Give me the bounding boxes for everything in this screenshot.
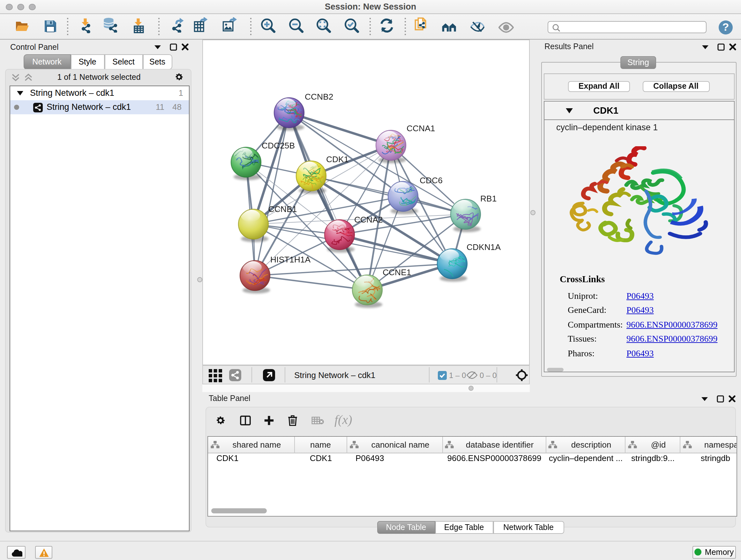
svg-text:CCNE1: CCNE1 (382, 267, 411, 277)
svg-text:CDKN1A: CDKN1A (466, 242, 500, 252)
svg-text:CCNB1: CCNB1 (268, 204, 296, 213)
svg-text:RB1: RB1 (480, 193, 496, 203)
svg-text:CCNA2: CCNA2 (354, 214, 382, 224)
svg-text:CCNA1: CCNA1 (406, 123, 434, 133)
svg-text:CDC25B: CDC25B (261, 140, 294, 150)
svg-text:CDK1: CDK1 (326, 154, 348, 164)
svg-text:CCNB2: CCNB2 (305, 91, 333, 101)
svg-text:HIST1H1A: HIST1H1A (270, 254, 311, 264)
svg-text:CDC6: CDC6 (419, 175, 442, 185)
